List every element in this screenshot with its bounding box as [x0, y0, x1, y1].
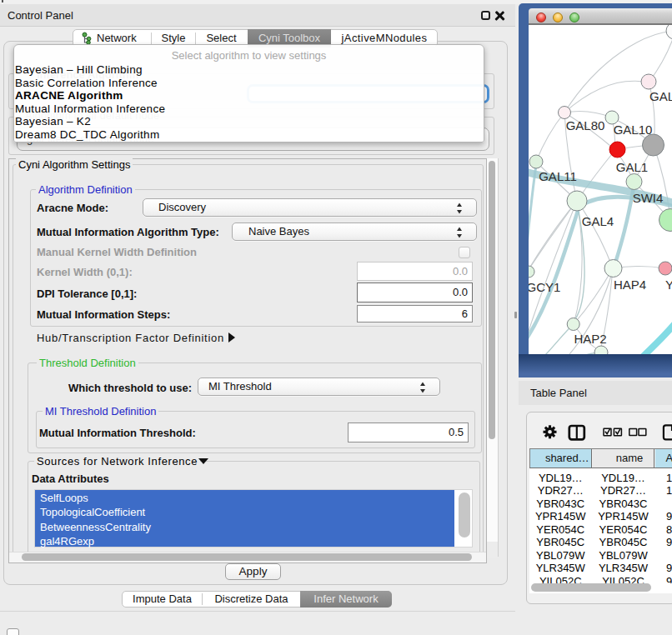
svg-text:GAL4: GAL4 [582, 214, 614, 228]
svg-text:YJ: YJ [665, 278, 672, 292]
svg-text:GAL11: GAL11 [539, 169, 577, 183]
svg-text:GCY1: GCY1 [529, 280, 560, 294]
svg-text:GAL10: GAL10 [614, 122, 653, 137]
svg-text:HAP4: HAP4 [614, 278, 646, 292]
svg-text:GAL1: GAL1 [616, 160, 648, 174]
svg-text:SWI4: SWI4 [633, 191, 664, 205]
svg-text:GAL80: GAL80 [566, 118, 605, 132]
svg-text:GAL2: GAL2 [649, 89, 672, 103]
svg-text:HAP2: HAP2 [574, 332, 606, 346]
